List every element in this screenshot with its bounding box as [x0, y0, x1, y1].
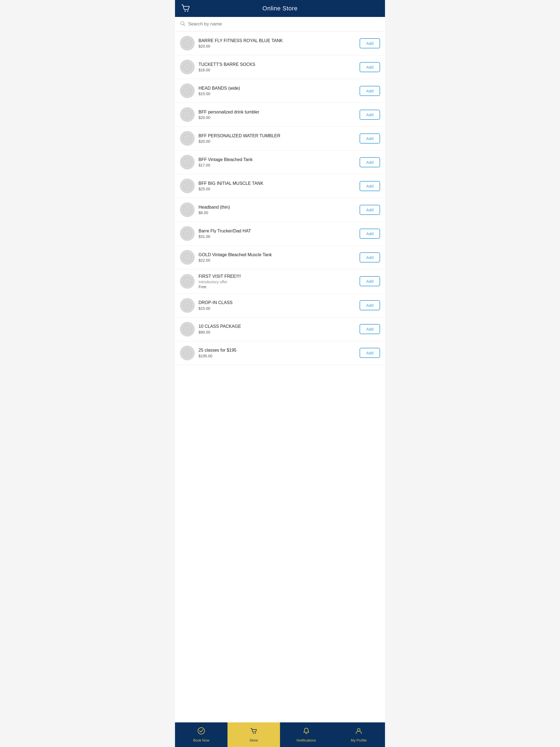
list-item: BFF PERSONALIZED WATER TUMBLER$20.00Add: [175, 127, 385, 150]
svg-line-142: [189, 350, 190, 351]
list-item: Barre Fly Trucker/Dad HAT$31.00Add: [175, 222, 385, 246]
svg-line-91: [189, 236, 190, 237]
nav-item-my-profile[interactable]: My Profile: [332, 722, 385, 747]
svg-line-92: [189, 230, 190, 231]
product-price: $15.00: [199, 92, 356, 96]
svg-line-72: [189, 183, 190, 184]
svg-line-61: [189, 164, 190, 165]
product-name: BFF PERSONALIZED WATER TUMBLER: [199, 133, 356, 139]
bottom-nav: Book Now Store Notifications My Profile: [175, 722, 385, 747]
svg-line-3: [184, 25, 185, 26]
list-item: HEAD BANDS (wide)$15.00Add: [175, 79, 385, 103]
search-icon: [180, 21, 185, 27]
add-to-cart-button[interactable]: Add: [360, 62, 380, 72]
search-input[interactable]: [188, 21, 380, 27]
product-thumbnail: [180, 131, 195, 146]
svg-line-90: [184, 230, 185, 231]
svg-point-35: [186, 113, 189, 116]
nav-item-book-now[interactable]: Book Now: [175, 722, 228, 747]
add-to-cart-button[interactable]: Add: [360, 205, 380, 215]
nav-item-notifications[interactable]: Notifications: [280, 722, 332, 747]
product-name: DROP-IN CLASS: [199, 300, 356, 306]
list-item: GOLD Vintage Bleached Muscle Tank$22.00A…: [175, 246, 385, 269]
svg-line-60: [184, 159, 185, 160]
svg-line-121: [189, 307, 190, 308]
svg-point-25: [186, 89, 189, 92]
svg-line-131: [189, 331, 190, 332]
product-name: Headband (thin): [199, 205, 356, 210]
svg-point-5: [186, 42, 189, 45]
product-price: $17.00: [199, 163, 356, 168]
svg-point-75: [186, 208, 189, 211]
svg-line-130: [184, 326, 185, 327]
svg-point-0: [184, 10, 186, 11]
svg-line-43: [184, 117, 185, 118]
nav-label-book-now: Book Now: [193, 738, 209, 742]
product-price: $20.00: [199, 115, 356, 120]
svg-line-132: [189, 326, 190, 327]
nav-item-store[interactable]: Store: [228, 722, 280, 747]
product-thumbnail: [180, 274, 195, 289]
add-to-cart-button[interactable]: Add: [360, 276, 380, 286]
product-thumbnail: [180, 60, 195, 74]
product-name: TUCKETT'S BARRE SOCKS: [199, 62, 356, 68]
svg-line-103: [184, 259, 185, 261]
product-name: 10 CLASS PACKAGE: [199, 324, 356, 330]
product-thumbnail: [180, 202, 195, 217]
product-name: BFF Vintage Bleached Tank: [199, 157, 356, 163]
svg-line-20: [184, 64, 185, 65]
add-to-cart-button[interactable]: Add: [360, 133, 380, 144]
svg-point-55: [186, 161, 189, 163]
svg-point-95: [186, 256, 189, 259]
product-name: GOLD Vintage Bleached Muscle Tank: [199, 252, 356, 258]
svg-line-50: [184, 135, 185, 136]
svg-line-112: [189, 278, 190, 279]
svg-line-83: [184, 212, 185, 213]
svg-line-12: [189, 40, 190, 41]
svg-point-144: [198, 728, 205, 734]
add-to-cart-button[interactable]: Add: [360, 110, 380, 120]
product-name: BARRE FLY FITNESS ROYAL BLUE TANK: [199, 38, 356, 44]
svg-line-93: [184, 236, 185, 237]
product-thumbnail: [180, 36, 195, 51]
svg-line-110: [184, 278, 185, 279]
product-name: BFF BIG INITIAL MUSCLE TANK: [199, 181, 356, 186]
svg-line-10: [184, 40, 185, 41]
list-item: 25 classes for $195$195.00Add: [175, 341, 385, 365]
svg-point-125: [186, 328, 189, 331]
product-info: HEAD BANDS (wide)$15.00: [199, 85, 356, 96]
list-item: 10 CLASS PACKAGE$90.00Add: [175, 317, 385, 341]
add-to-cart-button[interactable]: Add: [360, 157, 380, 168]
add-to-cart-button[interactable]: Add: [360, 300, 380, 310]
product-name: FIRST VISIT FREE!!!!: [199, 274, 356, 279]
add-to-cart-button[interactable]: Add: [360, 38, 380, 48]
add-to-cart-button[interactable]: Add: [360, 86, 380, 96]
product-list: BARRE FLY FITNESS ROYAL BLUE TANK$20.00A…: [175, 31, 385, 722]
svg-line-111: [189, 283, 190, 284]
product-info: Barre Fly Trucker/Dad HAT$31.00: [199, 228, 356, 239]
cart-nav-icon: [250, 727, 258, 737]
add-to-cart-button[interactable]: Add: [360, 229, 380, 239]
svg-line-30: [184, 87, 185, 88]
product-info: BFF PERSONALIZED WATER TUMBLER$20.00: [199, 133, 356, 144]
product-price: $20.00: [199, 44, 356, 48]
add-to-cart-button[interactable]: Add: [360, 324, 380, 334]
list-item: TUCKETT'S BARRE SOCKS$16.00Add: [175, 55, 385, 79]
list-item: BFF personalized drink tumbler$20.00Add: [175, 103, 385, 127]
add-to-cart-button[interactable]: Add: [360, 348, 380, 358]
svg-line-52: [189, 135, 190, 136]
svg-point-135: [186, 352, 189, 354]
product-subtitle: Introductory offer: [199, 280, 356, 284]
product-price: Free: [199, 285, 356, 289]
svg-line-81: [189, 212, 190, 213]
svg-line-32: [189, 87, 190, 88]
svg-line-133: [184, 331, 185, 332]
add-to-cart-button[interactable]: Add: [360, 181, 380, 191]
product-price: $20.00: [199, 139, 356, 144]
svg-point-105: [186, 280, 189, 283]
add-to-cart-button[interactable]: Add: [360, 252, 380, 262]
cart-icon[interactable]: [180, 3, 191, 14]
svg-point-45: [186, 137, 189, 140]
product-info: BFF Vintage Bleached Tank$17.00: [199, 157, 356, 168]
svg-line-71: [189, 188, 190, 189]
